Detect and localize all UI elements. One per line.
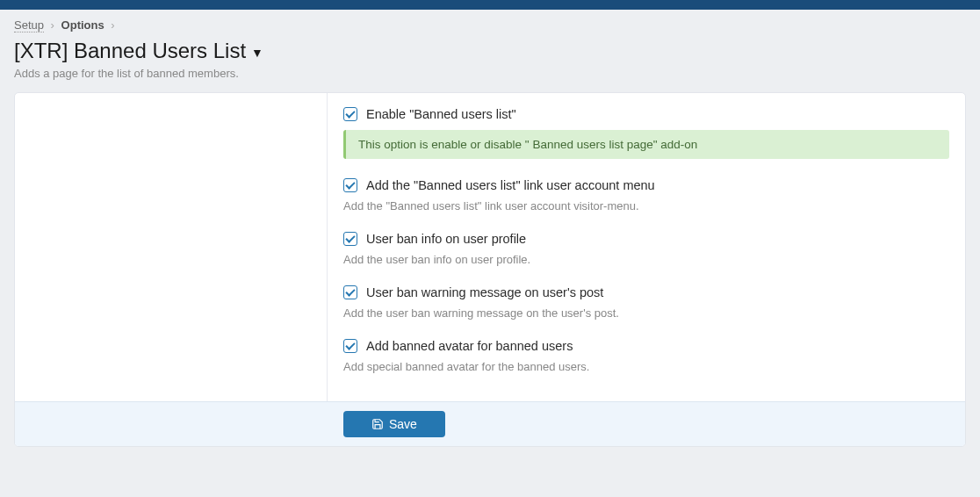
panel-right-content: Enable "Banned users list" This option i… — [328, 93, 965, 401]
panel-left-sidebar — [15, 93, 328, 401]
breadcrumb: Setup › Options › — [0, 10, 980, 39]
option-label[interactable]: Enable "Banned users list" — [366, 107, 516, 121]
page-title-text: [XTR] Banned Users List — [14, 39, 246, 63]
option-label[interactable]: User ban warning message on user's post — [366, 285, 603, 299]
option-ban-warning-post: User ban warning message on user's post … — [343, 285, 949, 320]
checkbox-ban-warning-post[interactable] — [343, 285, 357, 299]
option-description: Add the user ban info on user profile. — [343, 251, 949, 266]
save-button-label: Save — [389, 417, 417, 431]
footer-spacer — [31, 411, 343, 437]
breadcrumb-options[interactable]: Options — [61, 18, 104, 32]
chevron-right-icon: › — [51, 18, 54, 32]
option-banned-avatar: Add banned avatar for banned users Add s… — [343, 339, 949, 373]
page-description: Adds a page for the list of banned membe… — [0, 63, 980, 92]
option-enable-banned-list: Enable "Banned users list" This option i… — [343, 107, 949, 159]
option-label[interactable]: User ban info on user profile — [366, 232, 526, 246]
option-description: Add special banned avatar for the banned… — [343, 358, 949, 373]
panel-footer: Save — [15, 401, 965, 446]
panel-body: Enable "Banned users list" This option i… — [15, 93, 965, 401]
options-panel: Enable "Banned users list" This option i… — [14, 92, 966, 447]
checkbox-enable-banned-list[interactable] — [343, 107, 357, 121]
save-icon — [371, 418, 384, 430]
breadcrumb-setup[interactable]: Setup — [14, 18, 44, 32]
top-bar — [0, 0, 980, 10]
caret-down-icon: ▼ — [251, 46, 263, 60]
option-add-link-account-menu: Add the "Banned users list" link user ac… — [343, 178, 949, 212]
checkbox-add-link-account-menu[interactable] — [343, 178, 357, 192]
checkbox-ban-info-profile[interactable] — [343, 232, 357, 246]
page-title[interactable]: [XTR] Banned Users List ▼ — [0, 39, 980, 63]
save-button[interactable]: Save — [343, 411, 445, 437]
option-label[interactable]: Add the "Banned users list" link user ac… — [366, 178, 655, 192]
chevron-right-icon: › — [111, 18, 114, 32]
option-ban-info-profile: User ban info on user profile Add the us… — [343, 232, 949, 266]
hint-box: This option is enable or disable " Banne… — [343, 130, 949, 159]
option-description: Add the "Banned users list" link user ac… — [343, 198, 949, 212]
option-description: Add the user ban warning message on the … — [343, 305, 949, 320]
option-label[interactable]: Add banned avatar for banned users — [366, 339, 573, 353]
checkbox-banned-avatar[interactable] — [343, 339, 357, 353]
